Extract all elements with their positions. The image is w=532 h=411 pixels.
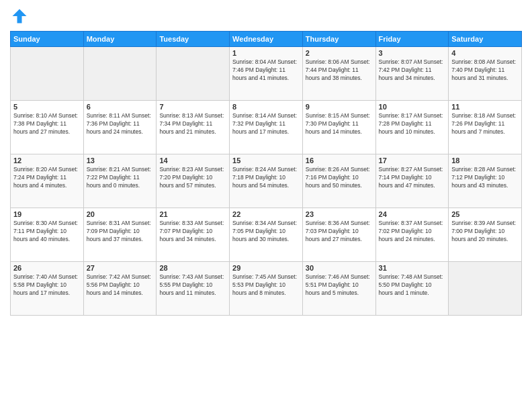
calendar-table: Sunday Monday Tuesday Wednesday Thursday… — [10, 31, 522, 316]
day-info: Sunrise: 8:07 AM Sunset: 7:42 PM Dayligh… — [379, 58, 446, 83]
day-number: 16 — [306, 156, 373, 165]
header-row: Sunday Monday Tuesday Wednesday Thursday… — [11, 32, 522, 47]
table-cell: 2Sunrise: 8:06 AM Sunset: 7:44 PM Daylig… — [302, 47, 375, 101]
week-row-3: 19Sunrise: 8:30 AM Sunset: 7:11 PM Dayli… — [11, 208, 522, 262]
week-row-1: 5Sunrise: 8:10 AM Sunset: 7:38 PM Daylig… — [11, 101, 522, 154]
day-info: Sunrise: 8:20 AM Sunset: 7:24 PM Dayligh… — [13, 166, 81, 190]
col-sunday: Sunday — [11, 32, 84, 47]
logo-icon — [10, 7, 29, 26]
table-cell: 9Sunrise: 8:15 AM Sunset: 7:30 PM Daylig… — [302, 101, 375, 154]
day-number: 2 — [306, 49, 373, 57]
col-tuesday: Tuesday — [157, 32, 230, 47]
week-row-0: 1Sunrise: 8:04 AM Sunset: 7:46 PM Daylig… — [11, 47, 522, 101]
table-cell — [83, 47, 157, 101]
day-number: 9 — [306, 103, 373, 111]
day-number: 22 — [232, 210, 300, 218]
table-cell: 13Sunrise: 8:21 AM Sunset: 7:22 PM Dayli… — [83, 154, 157, 208]
day-info: Sunrise: 8:31 AM Sunset: 7:09 PM Dayligh… — [87, 220, 154, 244]
col-monday: Monday — [83, 32, 157, 47]
day-number: 17 — [379, 156, 446, 165]
day-number: 18 — [451, 156, 519, 165]
day-info: Sunrise: 8:21 AM Sunset: 7:22 PM Dayligh… — [87, 166, 154, 190]
day-number: 6 — [87, 103, 154, 111]
day-info: Sunrise: 7:43 AM Sunset: 5:55 PM Dayligh… — [159, 273, 226, 298]
table-cell: 1Sunrise: 8:04 AM Sunset: 7:46 PM Daylig… — [230, 47, 303, 101]
day-info: Sunrise: 8:23 AM Sunset: 7:20 PM Dayligh… — [159, 166, 226, 190]
day-number: 3 — [379, 49, 446, 57]
day-number: 23 — [306, 210, 373, 218]
day-info: Sunrise: 8:26 AM Sunset: 7:16 PM Dayligh… — [306, 166, 373, 190]
day-info: Sunrise: 7:45 AM Sunset: 5:53 PM Dayligh… — [232, 273, 300, 298]
day-number: 26 — [13, 264, 81, 272]
day-info: Sunrise: 7:40 AM Sunset: 5:58 PM Dayligh… — [13, 273, 81, 298]
day-info: Sunrise: 8:39 AM Sunset: 7:00 PM Dayligh… — [451, 220, 519, 244]
week-row-4: 26Sunrise: 7:40 AM Sunset: 5:58 PM Dayli… — [11, 262, 522, 316]
col-saturday: Saturday — [449, 32, 522, 47]
day-info: Sunrise: 8:08 AM Sunset: 7:40 PM Dayligh… — [451, 58, 519, 83]
table-cell — [11, 47, 84, 101]
day-info: Sunrise: 7:42 AM Sunset: 5:56 PM Dayligh… — [87, 273, 154, 298]
day-info: Sunrise: 8:17 AM Sunset: 7:28 PM Dayligh… — [379, 112, 446, 136]
day-number: 4 — [451, 49, 519, 57]
day-info: Sunrise: 8:11 AM Sunset: 7:36 PM Dayligh… — [87, 112, 154, 136]
day-number: 11 — [451, 103, 519, 111]
day-number: 10 — [379, 103, 446, 111]
day-info: Sunrise: 8:18 AM Sunset: 7:26 PM Dayligh… — [451, 112, 519, 136]
day-info: Sunrise: 8:15 AM Sunset: 7:30 PM Dayligh… — [306, 112, 373, 136]
day-info: Sunrise: 8:28 AM Sunset: 7:12 PM Dayligh… — [451, 166, 519, 190]
day-number: 31 — [379, 264, 446, 272]
day-number: 30 — [306, 264, 373, 272]
table-cell: 26Sunrise: 7:40 AM Sunset: 5:58 PM Dayli… — [11, 262, 84, 316]
day-info: Sunrise: 8:24 AM Sunset: 7:18 PM Dayligh… — [232, 166, 300, 190]
col-thursday: Thursday — [302, 32, 375, 47]
logo — [10, 7, 32, 26]
day-info: Sunrise: 7:48 AM Sunset: 5:50 PM Dayligh… — [379, 273, 446, 298]
table-cell: 19Sunrise: 8:30 AM Sunset: 7:11 PM Dayli… — [11, 208, 84, 262]
table-cell: 31Sunrise: 7:48 AM Sunset: 5:50 PM Dayli… — [375, 262, 449, 316]
table-cell: 17Sunrise: 8:27 AM Sunset: 7:14 PM Dayli… — [375, 154, 449, 208]
table-cell: 24Sunrise: 8:37 AM Sunset: 7:02 PM Dayli… — [375, 208, 449, 262]
day-info: Sunrise: 8:06 AM Sunset: 7:44 PM Dayligh… — [306, 58, 373, 83]
table-cell: 7Sunrise: 8:13 AM Sunset: 7:34 PM Daylig… — [157, 101, 230, 154]
table-cell: 18Sunrise: 8:28 AM Sunset: 7:12 PM Dayli… — [449, 154, 522, 208]
day-info: Sunrise: 8:36 AM Sunset: 7:03 PM Dayligh… — [306, 220, 373, 244]
day-number: 7 — [159, 103, 226, 111]
page: Sunday Monday Tuesday Wednesday Thursday… — [0, 0, 532, 411]
table-cell: 8Sunrise: 8:14 AM Sunset: 7:32 PM Daylig… — [230, 101, 303, 154]
day-number: 1 — [232, 49, 300, 57]
day-info: Sunrise: 8:34 AM Sunset: 7:05 PM Dayligh… — [232, 220, 300, 244]
table-cell: 25Sunrise: 8:39 AM Sunset: 7:00 PM Dayli… — [449, 208, 522, 262]
table-cell — [157, 47, 230, 101]
day-info: Sunrise: 8:14 AM Sunset: 7:32 PM Dayligh… — [232, 112, 300, 136]
day-number: 24 — [379, 210, 446, 218]
day-info: Sunrise: 8:37 AM Sunset: 7:02 PM Dayligh… — [379, 220, 446, 244]
table-cell: 21Sunrise: 8:33 AM Sunset: 7:07 PM Dayli… — [157, 208, 230, 262]
day-info: Sunrise: 8:13 AM Sunset: 7:34 PM Dayligh… — [159, 112, 226, 136]
calendar-body: 1Sunrise: 8:04 AM Sunset: 7:46 PM Daylig… — [11, 47, 522, 316]
table-cell: 29Sunrise: 7:45 AM Sunset: 5:53 PM Dayli… — [230, 262, 303, 316]
day-number: 29 — [232, 264, 300, 272]
week-row-2: 12Sunrise: 8:20 AM Sunset: 7:24 PM Dayli… — [11, 154, 522, 208]
day-number: 15 — [232, 156, 300, 165]
table-cell: 11Sunrise: 8:18 AM Sunset: 7:26 PM Dayli… — [449, 101, 522, 154]
table-cell: 20Sunrise: 8:31 AM Sunset: 7:09 PM Dayli… — [83, 208, 157, 262]
table-cell: 3Sunrise: 8:07 AM Sunset: 7:42 PM Daylig… — [375, 47, 449, 101]
table-cell: 30Sunrise: 7:46 AM Sunset: 5:51 PM Dayli… — [302, 262, 375, 316]
day-number: 8 — [232, 103, 300, 111]
day-number: 19 — [13, 210, 81, 218]
day-number: 13 — [87, 156, 154, 165]
table-cell: 15Sunrise: 8:24 AM Sunset: 7:18 PM Dayli… — [230, 154, 303, 208]
table-cell — [449, 262, 522, 316]
table-cell: 28Sunrise: 7:43 AM Sunset: 5:55 PM Dayli… — [157, 262, 230, 316]
day-number: 25 — [451, 210, 519, 218]
day-number: 14 — [159, 156, 226, 165]
day-number: 12 — [13, 156, 81, 165]
table-cell: 22Sunrise: 8:34 AM Sunset: 7:05 PM Dayli… — [230, 208, 303, 262]
table-cell: 5Sunrise: 8:10 AM Sunset: 7:38 PM Daylig… — [11, 101, 84, 154]
day-number: 20 — [87, 210, 154, 218]
day-number: 27 — [87, 264, 154, 272]
svg-marker-0 — [13, 9, 27, 24]
header — [10, 7, 522, 26]
table-cell: 10Sunrise: 8:17 AM Sunset: 7:28 PM Dayli… — [375, 101, 449, 154]
table-cell: 23Sunrise: 8:36 AM Sunset: 7:03 PM Dayli… — [302, 208, 375, 262]
